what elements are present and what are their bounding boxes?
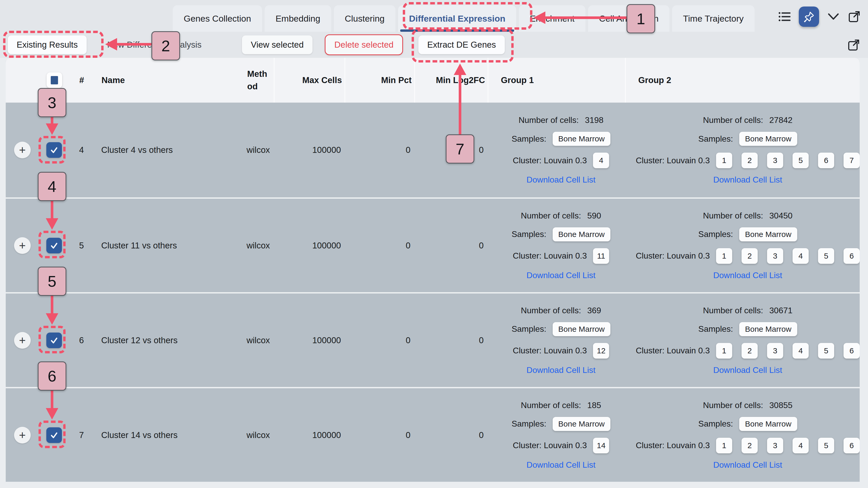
sample-chip: Bone Marrow [553, 132, 611, 146]
sample-chip: Bone Marrow [739, 227, 797, 241]
cluster-chip: 3 [767, 343, 783, 358]
cluster-chip: 1 [716, 152, 732, 168]
row-number: 6 [69, 293, 93, 387]
sample-chip: Bone Marrow [553, 322, 611, 336]
table-row: + 4 Cluster 4 vs others wilcox 100000 0 … [6, 103, 860, 197]
chevron-down-icon[interactable] [828, 13, 839, 21]
annotation-badge-5: 5 [38, 267, 66, 296]
cluster-chip: 5 [818, 343, 834, 358]
annotation-badge-6: 6 [38, 362, 66, 391]
expand-row-button[interactable]: + [14, 332, 31, 349]
header-method-label: Method [247, 68, 271, 93]
tab-list: Genes Collection Embedding Clustering Di… [173, 0, 754, 32]
row-checkbox[interactable] [46, 238, 62, 253]
sample-chip: Bone Marrow [739, 132, 797, 146]
header-name: Name [94, 58, 239, 103]
results-toolbar: Existing Results New Differential Analys… [0, 32, 868, 58]
cluster-chip: 1 [716, 343, 732, 358]
tab-enrichment[interactable]: Enrichment [519, 5, 585, 32]
header-min-log2fc: Min Log2FC [414, 58, 488, 103]
existing-results-button[interactable]: Existing Results [8, 35, 87, 54]
row-max-cells: 100000 [273, 293, 343, 387]
row-min-pct: 0 [343, 293, 413, 387]
samples-label: Samples: [512, 229, 546, 239]
external-link-icon[interactable] [847, 38, 860, 52]
row-number: 5 [69, 199, 93, 292]
pin-icon[interactable] [799, 6, 819, 27]
external-link-icon[interactable] [848, 10, 861, 23]
num-cells-label: Number of cells: [521, 401, 581, 410]
annotation-badge-7: 7 [446, 134, 474, 164]
cluster-label: Cluster: Louvain 0.3 [636, 251, 710, 261]
download-cell-list-link[interactable]: Download Cell List [713, 270, 782, 280]
tab-time-trajectory[interactable]: Time Trajectory [672, 5, 754, 32]
num-cells-value: 27842 [769, 115, 793, 125]
num-cells-label: Number of cells: [703, 115, 763, 125]
download-cell-list-link[interactable]: Download Cell List [527, 270, 596, 280]
cluster-chip: 4 [793, 343, 809, 358]
row-method: wilcox [239, 199, 273, 292]
cluster-chip: 1 [716, 438, 732, 453]
row-method: wilcox [239, 293, 273, 387]
list-icon[interactable] [778, 11, 790, 22]
group1-cell: Number of cells:185 Samples:Bone Marrow … [486, 388, 623, 482]
cluster-chip: 11 [593, 248, 609, 264]
num-cells-value: 185 [587, 401, 601, 410]
annotation-badge-1: 1 [626, 4, 655, 33]
delete-selected-button[interactable]: Delete selected [325, 34, 403, 55]
row-max-cells: 100000 [273, 388, 343, 482]
download-cell-list-link[interactable]: Download Cell List [713, 175, 782, 184]
samples-label: Samples: [699, 324, 733, 334]
download-cell-list-link[interactable]: Download Cell List [527, 365, 596, 375]
header-group2: Group 2 [625, 58, 860, 103]
cluster-label: Cluster: Louvain 0.3 [513, 251, 587, 261]
num-cells-label: Number of cells: [703, 401, 763, 410]
download-cell-list-link[interactable]: Download Cell List [527, 175, 596, 184]
header-group1: Group 1 [488, 58, 625, 103]
download-cell-list-link[interactable]: Download Cell List [713, 365, 782, 375]
row-checkbox[interactable] [46, 142, 62, 158]
tab-bar: Genes Collection Embedding Clustering Di… [0, 0, 868, 32]
num-cells-label: Number of cells: [703, 306, 763, 315]
select-all-checkbox[interactable] [46, 73, 62, 88]
row-min-log2fc: 0 [413, 388, 486, 482]
download-cell-list-link[interactable]: Download Cell List [527, 460, 596, 470]
view-selected-button[interactable]: View selected [242, 35, 312, 54]
cluster-label: Cluster: Louvain 0.3 [513, 440, 587, 450]
annotation-badge-2: 2 [151, 31, 180, 60]
download-cell-list-link[interactable]: Download Cell List [713, 460, 782, 470]
row-min-pct: 0 [343, 388, 413, 482]
num-cells-label: Number of cells: [703, 211, 763, 221]
tab-genes-collection[interactable]: Genes Collection [173, 5, 262, 32]
expand-row-button[interactable]: + [14, 142, 31, 158]
tab-embedding[interactable]: Embedding [265, 5, 331, 32]
table-row: + 6 Cluster 12 vs others wilcox 100000 0… [6, 292, 860, 387]
expand-row-button[interactable]: + [14, 237, 31, 254]
row-checkbox[interactable] [46, 333, 62, 348]
expand-row-button[interactable]: + [14, 427, 31, 443]
num-cells-value: 369 [587, 306, 601, 315]
sample-chip: Bone Marrow [553, 417, 611, 431]
group1-cell: Number of cells:3198 Samples:Bone Marrow… [486, 103, 623, 197]
cluster-chip: 3 [767, 152, 783, 168]
tabbar-icon-group [778, 6, 861, 27]
cluster-label: Cluster: Louvain 0.3 [513, 346, 587, 355]
cluster-label: Cluster: Louvain 0.3 [636, 346, 710, 355]
samples-label: Samples: [699, 134, 733, 144]
table-header-row: # Name Method Max Cells Min Pct Min Log2… [6, 58, 860, 103]
group1-cell: Number of cells:369 Samples:Bone Marrow … [486, 293, 623, 387]
results-table-area: # Name Method Max Cells Min Pct Min Log2… [0, 58, 868, 488]
row-name: Cluster 11 vs others [93, 199, 239, 292]
cluster-chip: 12 [593, 343, 609, 358]
cluster-chip: 2 [742, 343, 758, 358]
samples-label: Samples: [512, 134, 546, 144]
row-method: wilcox [239, 388, 273, 482]
cluster-chip: 4 [593, 152, 609, 168]
tab-clustering[interactable]: Clustering [334, 5, 396, 32]
extract-de-genes-button[interactable]: Extract DE Genes [418, 35, 505, 54]
tab-differential-expression[interactable]: Differential Expression [398, 5, 516, 32]
header-max-cells: Max Cells [274, 58, 344, 103]
num-cells-value: 30671 [769, 306, 793, 315]
cluster-chip: 5 [818, 248, 834, 264]
row-checkbox[interactable] [46, 427, 62, 443]
